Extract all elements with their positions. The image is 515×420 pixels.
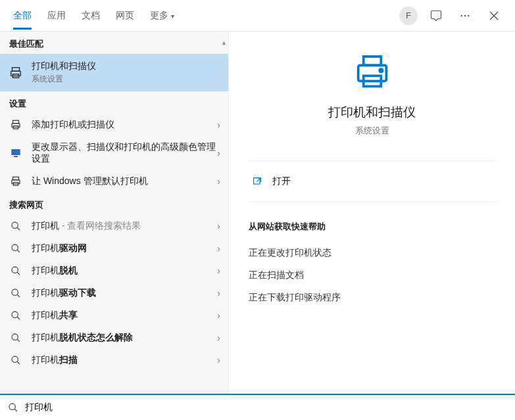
avatar[interactable]: F — [399, 7, 418, 25]
tab-docs[interactable]: 文档 — [74, 2, 108, 30]
results-panel: ▴ 最佳匹配 打印机和扫描仪 系统设置 设置 添加打印机或扫描仪›更改显示器、扫… — [0, 32, 229, 394]
result-best-match[interactable]: 打印机和扫描仪 系统设置 — [0, 54, 228, 91]
svg-point-22 — [12, 289, 18, 295]
preview-title: 打印机和扫描仪 — [328, 104, 416, 121]
section-web: 搜索网页 — [0, 193, 228, 215]
svg-point-2 — [468, 14, 469, 16]
web-result[interactable]: 打印机共享› — [0, 304, 228, 327]
chevron-right-icon: › — [217, 221, 220, 231]
result-title: 打印机驱动网 — [32, 243, 217, 254]
chevron-right-icon: › — [217, 288, 220, 298]
settings-result[interactable]: 更改显示器、扫描仪和打印机的高级颜色管理设置› — [0, 136, 228, 170]
svg-line-25 — [17, 317, 20, 319]
svg-point-1 — [464, 14, 466, 16]
search-icon — [8, 288, 24, 298]
web-result[interactable]: 打印机驱动下载› — [0, 282, 228, 304]
help-link[interactable]: 正在下载打印驱动程序 — [249, 287, 495, 309]
settings-item-icon — [8, 147, 24, 159]
result-title: 打印机驱动下载 — [32, 287, 217, 299]
svg-line-21 — [17, 272, 20, 275]
search-icon — [8, 310, 24, 321]
web-result[interactable]: 打印机扫描› — [0, 349, 228, 371]
tab-all[interactable]: 全部 — [5, 2, 39, 30]
svg-rect-12 — [14, 156, 18, 158]
svg-point-20 — [12, 267, 18, 273]
chevron-right-icon: › — [217, 310, 220, 321]
tab-more[interactable]: 更多▾ — [142, 2, 182, 30]
search-input[interactable] — [25, 402, 507, 413]
divider — [249, 202, 495, 202]
tab-web[interactable]: 网页 — [108, 2, 142, 30]
result-title: 打印机 - 查看网络搜索结果 — [32, 220, 217, 232]
svg-rect-13 — [13, 177, 19, 180]
svg-point-0 — [461, 14, 462, 16]
svg-rect-30 — [363, 57, 381, 65]
svg-rect-34 — [254, 178, 260, 184]
open-action[interactable]: 打开 — [249, 169, 495, 194]
chevron-right-icon: › — [217, 148, 220, 158]
settings-item-icon — [8, 175, 24, 187]
svg-point-24 — [12, 312, 18, 317]
more-icon[interactable] — [454, 5, 476, 26]
preview-panel: 打印机和扫描仪 系统设置 打开 从网站获取快速帮助 正在更改打印机状态正在扫描文… — [229, 32, 515, 394]
result-title: 打印机扫描 — [32, 354, 217, 366]
svg-rect-5 — [12, 67, 20, 71]
svg-line-27 — [17, 339, 20, 342]
search-icon — [8, 243, 24, 254]
chevron-right-icon: › — [217, 120, 220, 130]
help-link[interactable]: 正在更改打印机状态 — [249, 242, 495, 264]
result-title: 添加打印机或扫描仪 — [32, 119, 217, 131]
web-result[interactable]: 打印机脱机› — [0, 260, 228, 282]
divider — [249, 160, 495, 161]
search-bar[interactable] — [0, 394, 515, 420]
help-link[interactable]: 正在扫描文档 — [249, 264, 495, 287]
chevron-right-icon: › — [217, 266, 220, 276]
tabs-bar: 全部 应用 文档 网页 更多▾ F — [0, 0, 515, 32]
svg-point-36 — [9, 404, 15, 409]
svg-point-33 — [380, 69, 382, 72]
web-result[interactable]: 打印机脱机状态怎么解除› — [0, 327, 228, 349]
svg-point-18 — [12, 245, 18, 250]
settings-result[interactable]: 添加打印机或扫描仪› — [0, 114, 228, 136]
chevron-right-icon: › — [217, 176, 220, 187]
chevron-right-icon: › — [217, 355, 220, 365]
section-settings: 设置 — [0, 91, 228, 114]
svg-line-29 — [17, 362, 20, 364]
result-title: 打印机共享 — [32, 310, 217, 321]
search-icon — [8, 355, 24, 365]
search-icon — [8, 333, 24, 343]
feedback-icon[interactable] — [426, 5, 447, 26]
result-title: 更改显示器、扫描仪和打印机的高级颜色管理设置 — [32, 141, 217, 165]
result-title: 让 Windows 管理默认打印机 — [32, 175, 217, 187]
chevron-down-icon: ▾ — [171, 12, 174, 20]
printer-icon — [8, 66, 24, 80]
svg-line-17 — [17, 227, 20, 230]
web-result[interactable]: 打印机驱动网› — [0, 237, 228, 260]
svg-point-16 — [12, 222, 18, 228]
svg-point-28 — [12, 356, 18, 362]
svg-rect-8 — [13, 120, 19, 124]
search-icon — [8, 221, 24, 231]
svg-line-19 — [17, 250, 20, 252]
svg-line-37 — [14, 409, 17, 411]
chevron-right-icon: › — [217, 333, 220, 343]
settings-item-icon — [8, 119, 24, 131]
help-header: 从网站获取快速帮助 — [249, 221, 495, 233]
close-icon[interactable] — [483, 5, 504, 26]
search-icon — [8, 266, 24, 276]
open-icon — [251, 176, 263, 187]
scroll-up-icon[interactable]: ▴ — [219, 35, 228, 49]
settings-result[interactable]: 让 Windows 管理默认打印机› — [0, 170, 228, 193]
tab-apps[interactable]: 应用 — [39, 2, 74, 30]
printer-large-icon — [351, 51, 393, 93]
chevron-right-icon: › — [217, 243, 220, 254]
result-subtitle: 系统设置 — [32, 74, 220, 85]
result-title: 打印机脱机状态怎么解除 — [32, 332, 217, 344]
svg-line-23 — [17, 294, 20, 297]
result-title: 打印机脱机 — [32, 265, 217, 277]
preview-subtitle: 系统设置 — [355, 125, 389, 137]
open-label: 打开 — [272, 175, 291, 187]
web-result[interactable]: 打印机 - 查看网络搜索结果› — [0, 215, 228, 237]
result-title: 打印机和扫描仪 — [32, 60, 220, 72]
svg-rect-11 — [11, 149, 20, 155]
